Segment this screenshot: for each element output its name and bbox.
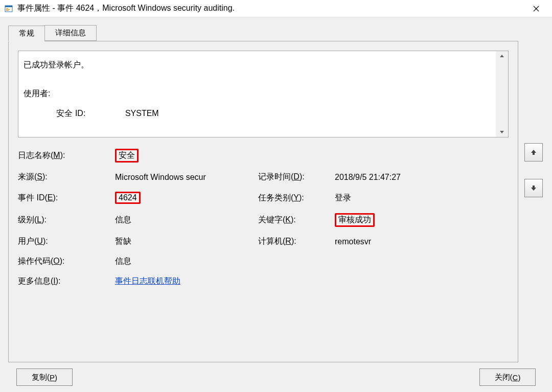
nav-arrows [523, 41, 544, 362]
svg-rect-1 [5, 6, 12, 7]
computer-label: 计算机(R): [258, 236, 335, 247]
description-box[interactable]: 已成功登录帐户。 使用者: 安全 ID: SYSTEM [18, 51, 509, 137]
desc-subject-label: 使用者: [24, 84, 494, 103]
moreinfo-value: 事件日志联机帮助 [115, 276, 509, 287]
window-icon [4, 4, 13, 13]
dialog-buttons: 复制(P) 关闭(C) [8, 362, 544, 386]
copy-button[interactable]: 复制(P) [16, 368, 73, 386]
svg-rect-4 [6, 10, 9, 11]
user-label: 用户(U): [18, 236, 115, 247]
source-value: Microsoft Windows secur [115, 173, 258, 182]
logged-value: 2018/9/5 21:47:27 [335, 173, 509, 182]
desc-sid-value: SYSTEM [125, 109, 159, 118]
logname-value: 安全 [115, 149, 509, 163]
tab-page-general: 已成功登录帐户。 使用者: 安全 ID: SYSTEM [8, 41, 518, 362]
level-value: 信息 [115, 215, 258, 225]
source-label: 来源(S): [18, 172, 115, 182]
task-value: 登录 [335, 193, 509, 203]
scroll-up-icon [499, 53, 505, 59]
logname-label: 日志名称(M): [18, 150, 115, 161]
window-title: 事件属性 - 事件 4624，Microsoft Windows securit… [17, 3, 524, 14]
svg-rect-3 [6, 9, 10, 10]
desc-line-1: 已成功登录帐户。 [24, 55, 494, 75]
computer-value: remotesvr [335, 237, 509, 246]
svg-rect-2 [6, 8, 8, 9]
window-close-button[interactable] [524, 1, 548, 17]
desc-sid-label: 安全 ID: [56, 104, 123, 123]
moreinfo-link[interactable]: 事件日志联机帮助 [115, 276, 180, 285]
level-label: 级别(L): [18, 215, 115, 225]
description-content: 已成功登录帐户。 使用者: 安全 ID: SYSTEM [24, 55, 494, 123]
keywords-label: 关键字(K): [258, 215, 335, 225]
scroll-down-icon [499, 129, 505, 135]
arrow-up-icon [530, 149, 537, 156]
logged-label: 记录时间(D): [258, 172, 335, 182]
close-button[interactable]: 关闭(C) [479, 368, 536, 386]
next-event-button[interactable] [524, 179, 543, 197]
opcode-value: 信息 [115, 256, 509, 267]
prev-event-button[interactable] [524, 143, 543, 162]
moreinfo-label: 更多信息(I): [18, 276, 115, 287]
description-scrollbar[interactable] [496, 51, 508, 137]
eventid-value: 4624 [115, 192, 258, 204]
user-value: 暂缺 [115, 236, 258, 247]
titlebar: 事件属性 - 事件 4624，Microsoft Windows securit… [0, 0, 552, 17]
event-properties-window: 事件属性 - 事件 4624，Microsoft Windows securit… [0, 0, 552, 392]
page-container: 已成功登录帐户。 使用者: 安全 ID: SYSTEM [8, 41, 544, 362]
close-icon [533, 6, 539, 12]
tab-details[interactable]: 详细信息 [44, 25, 97, 41]
tab-general[interactable]: 常规 [8, 26, 45, 41]
client-area: 常规 详细信息 已成功登录帐户。 使用者: 安全 ID: SYSTEM [0, 17, 552, 392]
tabs: 常规 详细信息 [8, 25, 544, 41]
arrow-down-icon [530, 185, 537, 192]
fields-grid: 日志名称(M): 安全 来源(S): Microsoft Windows sec… [18, 149, 509, 287]
keywords-value: 审核成功 [335, 213, 509, 227]
eventid-label: 事件 ID(E): [18, 193, 115, 203]
task-label: 任务类别(Y): [258, 193, 335, 203]
opcode-label: 操作代码(O): [18, 256, 115, 267]
